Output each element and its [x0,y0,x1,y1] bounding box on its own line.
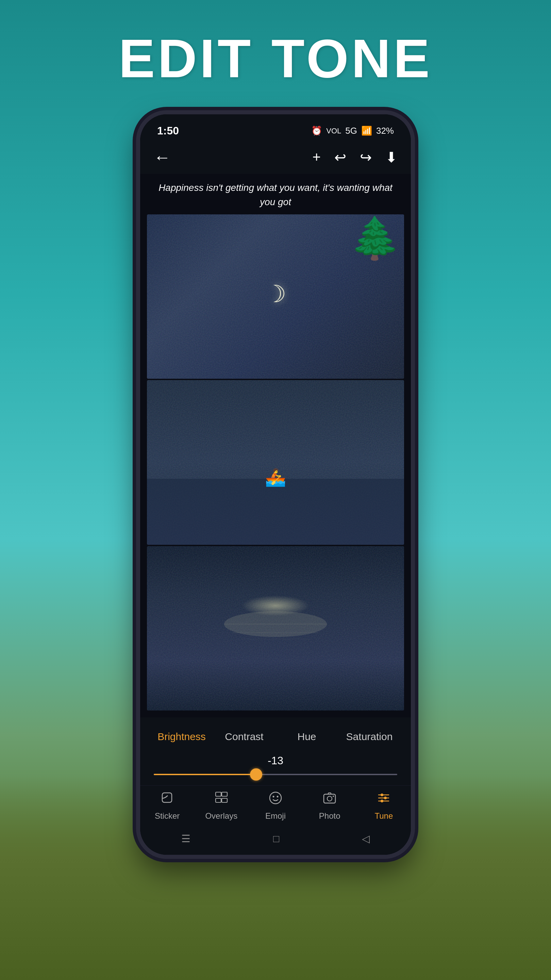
nav-item-emoji[interactable]: Emoji [248,791,302,821]
status-time: 1:50 [157,124,179,137]
signal-5g-icon: 5G [345,126,357,136]
svg-point-13 [327,796,332,801]
slider-track[interactable] [154,774,397,775]
nav-item-overlays[interactable]: Overlays [194,791,248,821]
tab-brightness[interactable]: Brightness [150,726,213,748]
alarm-icon: ⏰ [311,126,322,136]
svg-point-11 [277,796,279,798]
vol-icon: VOL [326,127,341,135]
tone-tabs: Brightness Contrast Hue Saturation [150,726,401,748]
nav-item-sticker[interactable]: Sticker [140,791,194,821]
sticker-label: Sticker [155,811,179,821]
overlays-label: Overlays [205,811,237,821]
images-stack: ☽ 🌲 🚣 [147,215,404,711]
brightness-value: -13 [150,754,401,767]
page-title: EDIT TONE [119,27,432,90]
status-icons: ⏰ VOL 5G 📶 32% [311,126,394,136]
slider-container[interactable] [150,774,401,775]
svg-point-16 [381,794,383,796]
svg-point-18 [384,797,387,799]
signal-bars-icon: 📶 [361,126,372,136]
image-panel-top: ☽ 🌲 [147,215,404,379]
image-panel-middle: 🚣 [147,380,404,544]
tune-label: Tune [375,811,393,821]
svg-point-10 [273,796,275,798]
emoji-label: Emoji [265,811,286,821]
undo-button[interactable]: ↩ [334,149,346,166]
svg-rect-5 [216,792,221,796]
svg-rect-12 [324,794,335,803]
download-button[interactable]: ⬇ [385,149,397,166]
image-panel-bottom [147,546,404,711]
system-menu-icon[interactable]: ☰ [181,833,191,845]
phone-frame: 1:50 ⏰ VOL 5G 📶 32% ← + ↩ ↪ ⬇ Happiness … [136,110,415,859]
app-toolbar: ← + ↩ ↪ ⬇ [140,140,411,174]
boat-icon: 🚣 [265,468,286,487]
status-bar: 1:50 ⏰ VOL 5G 📶 32% [140,115,411,140]
svg-rect-4 [162,793,172,802]
tab-contrast[interactable]: Contrast [213,726,275,748]
svg-rect-6 [222,792,227,796]
tree-silhouette: 🌲 [349,215,401,262]
water-shimmer [147,479,404,544]
battery-indicator: 32% [376,126,394,136]
sticker-icon [160,791,175,808]
bottom-nav: Sticker Overlays [140,785,411,827]
add-button[interactable]: + [312,149,321,165]
system-nav: ☰ □ ◁ [140,827,411,855]
bottom-controls: Brightness Contrast Hue Saturation -13 [140,717,411,785]
svg-rect-7 [216,798,221,802]
photo-label: Photo [319,811,340,821]
nav-item-photo[interactable]: Photo [303,791,357,821]
toolbar-actions: + ↩ ↪ ⬇ [312,149,397,166]
moon-icon: ☽ [265,280,286,308]
slider-thumb[interactable] [250,768,262,781]
svg-point-20 [381,800,383,802]
nav-item-tune[interactable]: Tune [357,791,411,821]
back-button[interactable]: ← [154,147,171,167]
overlays-icon [214,791,229,808]
reflection-svg [147,546,404,711]
svg-point-14 [333,795,334,797]
photo-icon [322,791,337,808]
tune-icon [376,791,391,808]
system-home-icon[interactable]: □ [273,833,279,845]
redo-button[interactable]: ↪ [360,149,372,166]
tab-saturation[interactable]: Saturation [338,726,401,748]
slider-fill [154,774,256,775]
svg-rect-8 [222,798,227,802]
svg-point-9 [270,792,281,804]
tab-hue[interactable]: Hue [275,726,338,748]
canvas-area: Happiness isn't getting what you want, i… [140,174,411,717]
system-back-icon[interactable]: ◁ [362,833,370,845]
emoji-icon [268,791,283,808]
quote-text: Happiness isn't getting what you want, i… [147,181,404,209]
